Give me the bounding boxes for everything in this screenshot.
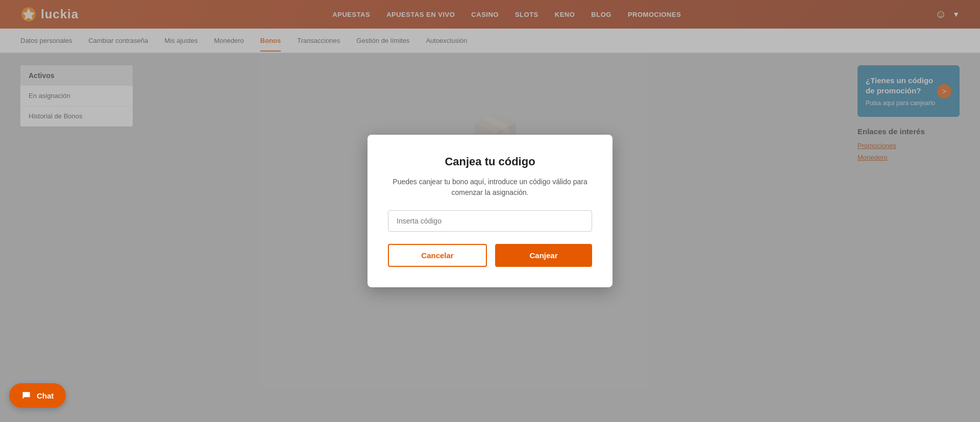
modal-title: Canjea tu código [388,155,592,168]
cancel-button[interactable]: Cancelar [388,244,487,267]
chat-button[interactable]: Chat [9,383,66,408]
modal-buttons: Cancelar Canjear [388,244,592,267]
chat-bubble-icon [21,390,32,401]
code-input[interactable] [388,210,592,232]
canjear-button[interactable]: Canjear [495,244,592,267]
modal-description: Puedes canjear tu bono aquí, introduce u… [388,177,592,198]
chat-label: Chat [37,391,54,400]
modal-overlay: Canjea tu código Puedes canjear tu bono … [0,0,980,422]
modal: Canjea tu código Puedes canjear tu bono … [368,135,612,287]
